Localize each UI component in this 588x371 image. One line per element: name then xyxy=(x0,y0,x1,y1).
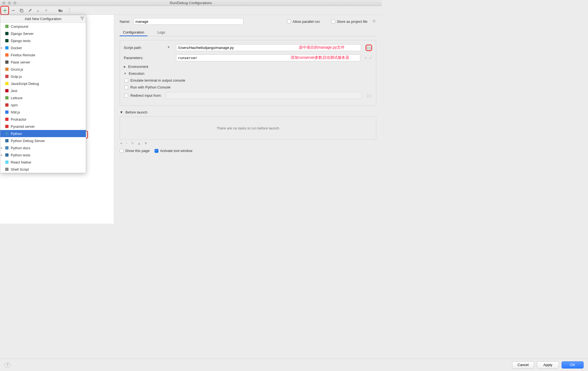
svg-rect-22 xyxy=(5,168,9,171)
config-type-python-debug-server[interactable]: Python Debug Server xyxy=(0,137,86,144)
config-type-gulp-js[interactable]: Gulp.js xyxy=(0,73,86,80)
svg-rect-12 xyxy=(5,96,9,99)
store-as-project-checkbox[interactable]: Store as project file xyxy=(331,20,367,24)
filter-icon[interactable] xyxy=(80,16,84,21)
sort-button[interactable]: ↓az xyxy=(66,8,72,13)
execution-section[interactable]: ▼ Execution xyxy=(124,71,372,76)
remove-task-button[interactable]: − xyxy=(126,141,128,145)
config-type-npm[interactable]: npm xyxy=(0,101,86,109)
tab-configuration[interactable]: Configuration xyxy=(120,29,147,36)
parameters-input[interactable] xyxy=(176,54,360,61)
config-type-flask-server[interactable]: Flask server xyxy=(0,59,86,66)
config-type-jest[interactable]: Jest xyxy=(0,87,86,94)
config-type-firefox-remote[interactable]: Firefox Remote xyxy=(0,51,86,59)
environment-section[interactable]: ▶ Environment xyxy=(124,65,372,69)
config-type-label: Shell Script xyxy=(11,167,29,171)
config-type-python[interactable]: Python xyxy=(0,130,86,137)
config-type-docker[interactable]: Docker xyxy=(0,44,86,51)
config-type-python-docs[interactable]: Python docs xyxy=(0,144,86,151)
name-input[interactable] xyxy=(133,18,243,25)
config-type-label: npm xyxy=(11,103,18,107)
move-up-button[interactable]: ▲ xyxy=(35,8,41,13)
config-type-label: Gulp.js xyxy=(11,74,22,79)
add-macro-icon[interactable]: + xyxy=(365,56,367,60)
chevron-down-icon: ▼ xyxy=(120,110,123,114)
show-this-page-checkbox[interactable]: Show this page xyxy=(120,149,150,153)
config-type-label: Lettuce xyxy=(11,96,23,100)
popup-header: Add New Configuration xyxy=(0,15,86,23)
config-type-nw-js[interactable]: NW.js xyxy=(0,109,86,116)
parameters-label: Parameters: xyxy=(124,56,173,60)
move-task-down-button[interactable]: ▼ xyxy=(144,141,148,145)
config-type-label: Django Server xyxy=(11,32,34,36)
tab-logs[interactable]: Logs xyxy=(154,29,168,36)
add-task-button[interactable]: + xyxy=(120,141,122,145)
toolbar: ▲ ▼ ↓az xyxy=(0,6,382,15)
chevron-right-icon: ▶ xyxy=(124,65,126,68)
browse-script-button[interactable] xyxy=(366,45,372,51)
configuration-type-list[interactable]: CompoundDjango ServerDjango testsDockerF… xyxy=(0,23,86,173)
script-path-input[interactable] xyxy=(176,44,361,51)
remove-configuration-button[interactable] xyxy=(10,8,16,13)
svg-rect-13 xyxy=(5,103,9,107)
python-icon xyxy=(5,131,9,136)
add-configuration-button[interactable] xyxy=(2,8,8,13)
edit-templates-button[interactable] xyxy=(27,8,32,13)
config-type-pyramid-server[interactable]: Pyramid server xyxy=(0,123,86,130)
config-type-python-tests[interactable]: Python tests xyxy=(0,151,86,159)
nw-js-icon xyxy=(5,110,9,114)
folder-button[interactable] xyxy=(58,8,63,13)
config-type-grunt-js[interactable]: Grunt.js xyxy=(0,66,86,73)
task-toolbar: + − ✎ ▲ ▼ xyxy=(120,140,376,147)
config-type-label: Protractor xyxy=(11,117,26,121)
config-type-label: NW.js xyxy=(11,110,20,114)
activate-tool-window-checkbox[interactable]: Activate tool window xyxy=(155,149,193,153)
config-type-label: Grunt.js xyxy=(11,67,23,71)
config-type-protractor[interactable]: Protractor xyxy=(0,116,86,123)
config-type-javascript-debug[interactable]: JavaScript Debug xyxy=(0,80,86,87)
svg-rect-11 xyxy=(5,89,9,92)
configuration-editor: Name: Allow parallel run Store as projec… xyxy=(114,15,382,224)
config-type-react-native[interactable]: React Native xyxy=(0,159,86,166)
config-type-shell-script[interactable]: Shell Script xyxy=(0,166,86,173)
redirect-input-checkbox[interactable]: Redirect input from: xyxy=(124,92,372,99)
chevron-down-icon: ▼ xyxy=(124,72,127,75)
before-launch-section[interactable]: ▼ Before launch xyxy=(120,110,376,114)
move-down-button[interactable]: ▼ xyxy=(43,8,49,13)
config-type-label: Python tests xyxy=(11,153,31,157)
redirect-input-path xyxy=(166,92,362,99)
svg-rect-8 xyxy=(5,68,9,71)
svg-rect-20 xyxy=(5,153,9,157)
compound-icon xyxy=(5,24,9,29)
emulate-terminal-checkbox[interactable]: Emulate terminal in output console xyxy=(124,78,372,82)
add-configuration-popup: Add New Configuration CompoundDjango Ser… xyxy=(0,15,86,173)
run-with-python-console-checkbox[interactable]: Run with Python Console xyxy=(124,85,372,89)
svg-rect-16 xyxy=(5,125,9,128)
svg-point-23 xyxy=(373,20,375,21)
shell-script-icon xyxy=(5,167,9,171)
tabs: Configuration Logs xyxy=(120,29,376,36)
npm-icon xyxy=(5,103,9,107)
expand-icon[interactable]: ⤢ xyxy=(369,56,372,60)
react-native-icon xyxy=(5,160,9,164)
gear-icon[interactable] xyxy=(372,19,376,24)
copy-configuration-button[interactable] xyxy=(19,8,24,13)
move-task-up-button[interactable]: ▲ xyxy=(137,141,141,145)
name-label: Name: xyxy=(120,20,130,24)
popup-title: Add New Configuration xyxy=(25,17,62,21)
config-type-lettuce[interactable]: Lettuce xyxy=(0,94,86,101)
django-tests-icon xyxy=(5,38,9,43)
svg-rect-21 xyxy=(5,160,9,164)
config-type-compound[interactable]: Compound xyxy=(0,23,86,30)
lettuce-icon xyxy=(5,96,9,100)
svg-rect-9 xyxy=(5,75,9,78)
config-type-django-tests[interactable]: Django tests xyxy=(0,37,86,44)
config-type-django-server[interactable]: Django Server xyxy=(0,30,86,37)
flask-server-icon xyxy=(5,60,9,64)
edit-task-button[interactable]: ✎ xyxy=(131,141,134,145)
svg-rect-10 xyxy=(5,82,9,85)
config-type-label: Jest xyxy=(11,89,17,93)
script-path-label[interactable]: Script path: ▼ xyxy=(124,46,173,50)
allow-parallel-checkbox[interactable]: Allow parallel run xyxy=(287,20,320,24)
docker-icon xyxy=(5,46,9,50)
